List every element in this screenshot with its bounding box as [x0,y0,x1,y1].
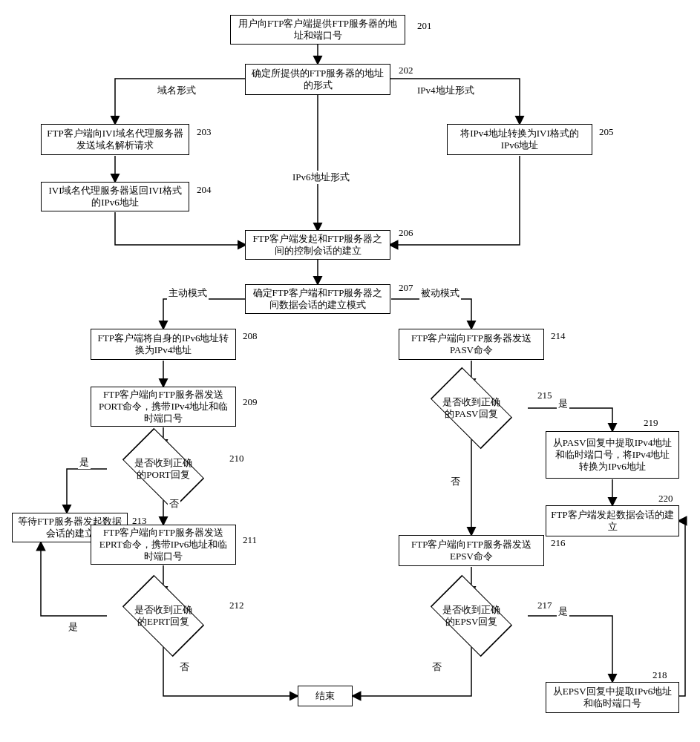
node-204-text: IVI域名代理服务器返回IVI格式的IPv6地址 [46,185,184,209]
edge-217-no: 否 [431,660,443,674]
node-211-text: FTP客户端向FTP服务器发送EPRT命令，携带IPv6地址和临时端口号 [96,527,231,563]
node-219-text: 从PASV回复中提取IPv4地址和临时端口号，将IPv4地址转换为IPv6地址 [551,437,674,473]
label-208: 208 [241,330,259,342]
node-215-text: 是否收到正确的PASV回复 [440,396,503,419]
node-203-text: FTP客户端向IVI域名代理服务器发送域名解析请求 [46,128,184,152]
label-201: 201 [416,20,434,32]
node-220: FTP客户端发起数据会话的建立 [546,505,679,536]
node-214: FTP客户端向FTP服务器发送PASV命令 [399,329,544,360]
edge-ipv6: IPv6地址形式 [291,171,351,184]
label-202: 202 [397,65,415,76]
node-216: FTP客户端向FTP服务器发送EPSV命令 [399,535,544,566]
node-202-text: 确定所提供的FTP服务器的地址的形式 [250,68,385,92]
flowchart-canvas: 用户向FTP客户端提供FTP服务器的地址和端口号 201 确定所提供的FTP服务… [7,7,693,735]
node-218: 从EPSV回复中提取IPv6地址和临时端口号 [546,682,679,713]
arrow-layer [7,7,693,735]
label-206: 206 [397,227,415,239]
node-210: 是否收到正确的PORT回复 [141,447,186,491]
node-214-text: FTP客户端向FTP服务器发送PASV命令 [404,332,539,357]
node-218-text: 从EPSV回复中提取IPv6地址和临时端口号 [551,686,674,710]
label-216: 216 [549,537,567,549]
edge-215-no: 否 [449,475,462,488]
node-end: 结束 [298,686,353,706]
edge-212-no: 否 [178,660,191,674]
label-212: 212 [228,600,246,611]
edge-217-yes: 是 [557,605,569,618]
node-210-text: 是否收到正确的PORT回复 [132,457,194,480]
node-208: FTP客户端将自身的IPv6地址转换为IPv4地址 [91,329,236,360]
label-211: 211 [241,534,258,546]
edge-domain: 域名形式 [156,84,197,97]
label-220: 220 [657,493,675,505]
label-209: 209 [241,396,259,408]
label-215: 215 [536,390,554,401]
edge-210-no: 否 [168,497,180,510]
node-203: FTP客户端向IVI域名代理服务器发送域名解析请求 [41,124,189,155]
node-217-text: 是否收到正确的EPSV回复 [440,604,503,627]
node-217: 是否收到正确的EPSV回复 [449,594,494,638]
edge-ipv4: IPv4地址形式 [416,84,476,97]
label-210: 210 [228,453,246,464]
edge-215-yes: 是 [557,397,569,410]
label-204: 204 [195,184,213,196]
edge-212-yes: 是 [67,620,79,634]
node-201: 用户向FTP客户端提供FTP服务器的地址和端口号 [230,15,405,45]
edge-210-yes: 是 [78,456,91,469]
node-206: FTP客户端发起和FTP服务器之间的控制会话的建立 [245,230,390,260]
node-204: IVI域名代理服务器返回IVI格式的IPv6地址 [41,182,189,211]
node-216-text: FTP客户端向FTP服务器发送EPSV命令 [404,539,539,563]
label-214: 214 [549,330,567,342]
node-211: FTP客户端向FTP服务器发送EPRT命令，携带IPv6地址和临时端口号 [91,525,236,565]
node-220-text: FTP客户端发起数据会话的建立 [551,509,674,533]
node-201-text: 用户向FTP客户端提供FTP服务器的地址和端口号 [235,18,400,42]
node-205-text: 将IPv4地址转换为IVI格式的IPv6地址 [452,128,587,152]
label-207: 207 [397,282,415,294]
edge-passive: 被动模式 [419,286,461,300]
node-212-text: 是否收到正确的EPRT回复 [132,604,194,627]
label-218: 218 [651,669,669,681]
node-206-text: FTP客户端发起和FTP服务器之间的控制会话的建立 [250,233,385,257]
node-209: FTP客户端向FTP服务器发送PORT命令，携带IPv4地址和临时端口号 [91,387,236,427]
node-215: 是否收到正确的PASV回复 [449,386,494,430]
edge-active: 主动模式 [167,286,209,300]
node-205: 将IPv4地址转换为IVI格式的IPv6地址 [447,124,592,155]
node-207: 确定FTP客户端和FTP服务器之间数据会话的建立模式 [245,284,390,314]
node-212: 是否收到正确的EPRT回复 [141,594,186,638]
node-202: 确定所提供的FTP服务器的地址的形式 [245,64,390,95]
label-219: 219 [642,417,660,429]
node-219: 从PASV回复中提取IPv4地址和临时端口号，将IPv4地址转换为IPv6地址 [546,431,679,479]
node-end-text: 结束 [315,690,335,702]
label-217: 217 [536,600,554,611]
label-203: 203 [195,126,213,138]
node-209-text: FTP客户端向FTP服务器发送PORT命令，携带IPv4地址和临时端口号 [96,389,231,425]
label-205: 205 [598,126,615,138]
node-207-text: 确定FTP客户端和FTP服务器之间数据会话的建立模式 [250,287,385,312]
node-208-text: FTP客户端将自身的IPv6地址转换为IPv4地址 [96,332,231,357]
